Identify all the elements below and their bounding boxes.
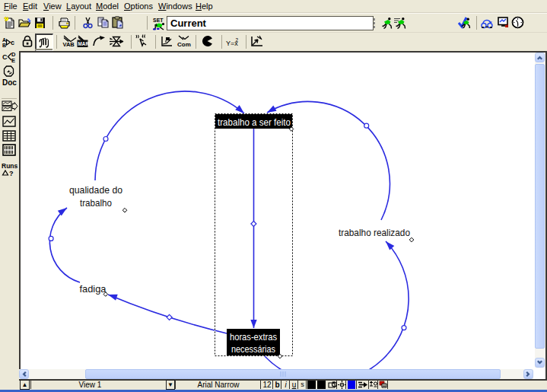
svg-text:?: ? bbox=[9, 170, 14, 177]
svg-text:MAR: MAR bbox=[78, 41, 90, 46]
svg-text:horas-extras: horas-extras bbox=[230, 331, 277, 343]
svg-text:A: A bbox=[2, 37, 6, 43]
svg-text:trabalho a ser feito: trabalho a ser feito bbox=[218, 116, 291, 128]
svg-text:fadiga: fadiga bbox=[80, 283, 107, 295]
svg-text:SET: SET bbox=[153, 18, 164, 23]
svg-text:VAB: VAB bbox=[63, 41, 75, 48]
svg-text:E: E bbox=[11, 57, 15, 64]
svg-text:C: C bbox=[2, 53, 8, 61]
svg-text:B: B bbox=[2, 43, 6, 48]
svg-text:qualidade do: qualidade do bbox=[69, 184, 122, 196]
svg-text:trabalho realizado: trabalho realizado bbox=[339, 227, 410, 238]
svg-text:c: c bbox=[11, 39, 14, 46]
svg-text:necessárias: necessárias bbox=[231, 343, 275, 355]
svg-text:2: 2 bbox=[236, 37, 239, 43]
svg-text:Com: Com bbox=[177, 41, 191, 48]
svg-text:trabalho: trabalho bbox=[80, 197, 112, 209]
